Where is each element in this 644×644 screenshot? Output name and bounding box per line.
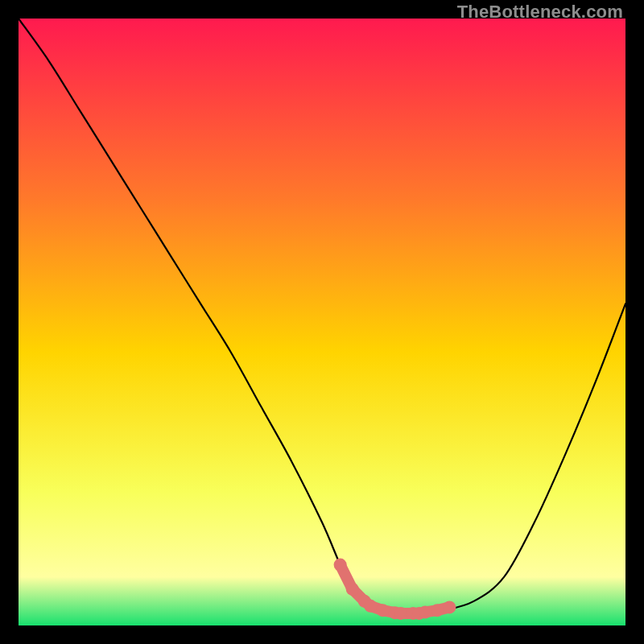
marker-dot [346,583,359,596]
marker-dot [443,601,456,613]
bottleneck-chart [19,19,625,625]
watermark-text: TheBottleneck.com [457,2,623,23]
marker-dot [376,604,389,617]
marker-dot [334,559,347,572]
marker-dot [431,604,444,617]
marker-dot [394,607,407,620]
marker-dot [364,600,377,613]
marker-dot [419,605,431,618]
chart-frame [19,19,625,625]
gradient-background [19,19,625,625]
